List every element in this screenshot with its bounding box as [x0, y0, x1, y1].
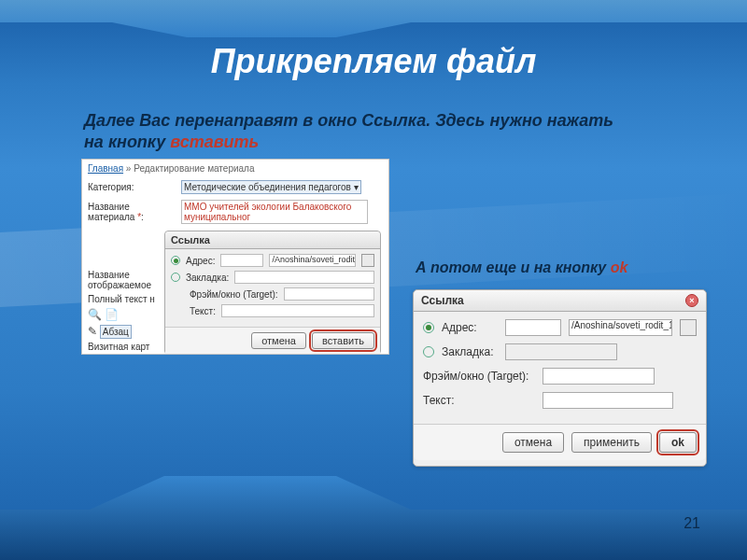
d2-text-label: Текст: — [423, 394, 535, 407]
text-input[interactable] — [221, 304, 374, 317]
address-label: Адрес: — [186, 256, 215, 266]
d2-target-select[interactable] — [543, 368, 655, 385]
d2-text-input[interactable] — [543, 392, 673, 409]
edit-icon[interactable]: ✎ — [88, 325, 97, 338]
d2-address-label: Адрес: — [442, 321, 498, 334]
category-label: Категория: — [88, 182, 176, 192]
paragraph-row: ✎ Абзац — [88, 325, 176, 338]
second-prefix: А потом еще и на кнопку — [416, 259, 611, 275]
d2-address-input[interactable]: /Anoshina/soveti_rodit_1.do — [569, 319, 672, 336]
display-name-label: Название отображаемое — [88, 270, 176, 290]
d2-target-label: Фрэйм/окно (Target): — [423, 370, 535, 383]
category-row: Категория: Методические объединения педа… — [82, 177, 388, 197]
second-keyword: ok — [611, 259, 628, 275]
doc-icon[interactable]: 📄 — [105, 308, 119, 321]
d2-bookmark-radio[interactable] — [423, 346, 434, 357]
d2-apply-button[interactable]: применить — [571, 432, 652, 453]
intro-prefix: Далее Вас перенаправят в окно Ссылка. Зд… — [84, 111, 613, 151]
dialog2-header: Ссылка × — [414, 290, 706, 312]
text-label: Текст: — [190, 306, 216, 316]
breadcrumb: Главная » Редактирование материала — [82, 160, 388, 177]
decorative-band-top — [0, 0, 747, 37]
left-labels: Название отображаемое Полный текст н 🔍 📄… — [88, 270, 176, 355]
breadcrumb-home[interactable]: Главная — [88, 163, 123, 174]
d2-text-row: Текст: — [423, 392, 697, 409]
category-value: Методические объединения педагогов — [184, 182, 351, 192]
link-dialog-small: Ссылка Адрес: /Anoshina/soveti_rodit_1.d… — [164, 231, 381, 355]
intro-text: Далее Вас перенаправят в окно Ссылка. Зд… — [84, 110, 626, 154]
d2-address-radio[interactable] — [423, 322, 434, 333]
d2-cancel-button[interactable]: отмена — [502, 432, 564, 453]
address-row: Адрес: /Anoshina/soveti_rodit_1.do — [171, 254, 374, 267]
slide-title: Прикрепляем файл — [0, 42, 747, 81]
name-row: Название материала *: ММО учителей эколо… — [82, 197, 388, 227]
breadcrumb-tail: Редактирование материала — [134, 163, 254, 174]
link-dialog-title: Ссылка — [165, 231, 380, 249]
page-number: 21 — [684, 515, 700, 532]
d2-target-row: Фрэйм/окно (Target): — [423, 368, 697, 385]
bookmark-input[interactable] — [234, 271, 374, 284]
intro-keyword: вставить — [170, 133, 259, 151]
bookmark-label: Закладка: — [186, 273, 229, 283]
dialog2-buttons: отмена применить ok — [414, 424, 706, 460]
d2-bookmark-input[interactable] — [505, 343, 617, 360]
zoom-icon[interactable]: 🔍 — [88, 308, 102, 321]
editor-panel: Главная » Редактирование материала Катег… — [81, 159, 389, 355]
decorative-band-bottom — [0, 476, 747, 560]
d2-ok-button[interactable]: ok — [659, 432, 697, 453]
breadcrumb-sep: » — [123, 163, 134, 174]
d2-browse-button[interactable] — [680, 319, 697, 336]
target-select[interactable] — [284, 287, 374, 301]
link-dialog-large: Ссылка × Адрес: /Anoshina/soveti_rodit_1… — [413, 289, 707, 467]
cancel-button[interactable]: отмена — [251, 332, 306, 349]
toolbar-icons: 🔍 📄 — [88, 308, 176, 321]
bookmark-row: Закладка: — [171, 271, 374, 284]
address-input[interactable]: /Anoshina/soveti_rodit_1.do — [269, 254, 356, 267]
target-label: Фрэйм/окно (Target): — [190, 289, 278, 300]
second-hint: А потом еще и на кнопку ok — [416, 259, 705, 276]
material-name-label: Название материала *: — [88, 202, 176, 222]
category-select[interactable]: Методические объединения педагогов ▾ — [181, 180, 361, 194]
dialog2-title: Ссылка — [421, 294, 464, 307]
paragraph-select[interactable]: Абзац — [100, 325, 132, 339]
browse-button[interactable] — [361, 254, 374, 267]
dialog1-buttons: отмена вставить — [165, 327, 380, 354]
d2-address-row: Адрес: /Anoshina/soveti_rodit_1.do — [423, 319, 697, 336]
close-icon[interactable]: × — [685, 294, 698, 307]
vizitka-label: Визитная карт — [88, 342, 176, 352]
material-name-input[interactable]: ММО учителей экологии Балаковского муниц… — [181, 200, 368, 224]
protocol-select[interactable] — [220, 254, 263, 267]
d2-protocol-select[interactable] — [505, 319, 561, 336]
target-row: Фрэйм/окно (Target): — [171, 287, 374, 301]
text-row: Текст: — [171, 304, 374, 317]
fulltext-label: Полный текст н — [88, 294, 176, 304]
insert-button[interactable]: вставить — [312, 332, 374, 349]
d2-bookmark-label: Закладка: — [442, 345, 498, 358]
address-radio[interactable] — [171, 256, 180, 265]
d2-bookmark-row: Закладка: — [423, 343, 697, 360]
